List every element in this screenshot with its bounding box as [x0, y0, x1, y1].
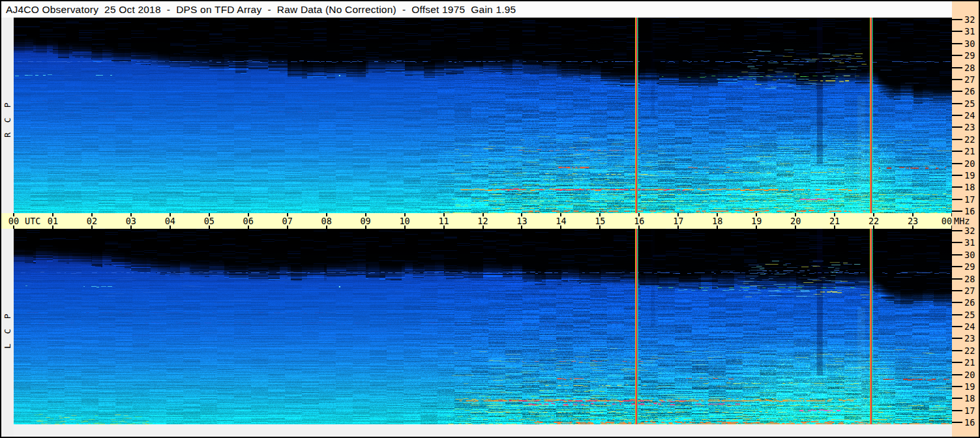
frequency-axis-label: 26: [964, 87, 979, 96]
frequency-axis-tick: [952, 211, 962, 212]
time-axis-tick-bottom: [91, 226, 93, 229]
frequency-axis-label: 29: [964, 51, 979, 60]
rcp-spectrogram-canvas: [14, 18, 952, 213]
time-axis-hour-label: 11: [438, 216, 449, 226]
frequency-axis-tick: [952, 175, 962, 176]
time-axis-hour-label: 19: [751, 216, 762, 226]
time-axis-tick-bottom: [287, 226, 288, 229]
time-axis-tick-top: [599, 213, 601, 216]
time-axis-tick-bottom: [52, 226, 53, 229]
time-axis-tick-top: [521, 213, 522, 216]
frequency-axis-label: 18: [964, 182, 979, 192]
time-axis-tick-bottom: [717, 226, 718, 229]
time-axis-tick-top: [560, 213, 561, 216]
time-axis-hour-label: 14: [556, 216, 566, 226]
frequency-axis-tick: [952, 151, 962, 152]
time-axis-tick-bottom: [130, 226, 132, 229]
frequency-axis-label: 24: [964, 111, 979, 120]
time-axis-hour-label: 13: [516, 216, 527, 226]
time-axis-hour-label: 09: [360, 216, 370, 226]
frequency-axis-label: 21: [964, 147, 979, 156]
time-axis-tick-top: [287, 213, 288, 216]
time-axis-hour-label: 00: [942, 216, 952, 226]
frequency-axis-tick: [952, 103, 962, 104]
frequency-axis-label: 26: [964, 298, 979, 307]
time-axis-tick-bottom: [404, 226, 406, 229]
time-axis-tick-bottom: [170, 226, 171, 229]
time-axis-hour-label: 23: [908, 216, 918, 226]
time-axis-hour-label: 20: [790, 216, 801, 226]
time-axis-hour-label: 17: [673, 216, 683, 226]
frequency-axis-tick: [952, 338, 962, 339]
frequency-axis-tick: [952, 398, 962, 399]
frequency-axis-tick: [952, 55, 962, 56]
frequency-axis-label: 28: [964, 63, 979, 72]
frequency-axis-tick: [952, 79, 962, 80]
time-axis-hour-label: 01: [48, 216, 58, 226]
time-axis-tick-top: [365, 213, 366, 216]
frequency-axis-tick: [952, 386, 962, 387]
frequency-axis-tick: [952, 126, 962, 128]
time-axis-hour-label: 08: [321, 216, 332, 226]
time-axis-tick-bottom: [912, 226, 913, 229]
frequency-axis-label: 20: [964, 159, 979, 168]
frequency-axis-label: 32: [964, 226, 979, 235]
frequency-axis-label: 18: [964, 394, 979, 403]
lcp-panel-label: LCP: [1, 229, 14, 424]
frequency-axis-label: 22: [964, 346, 979, 355]
frequency-axis-label: 25: [964, 99, 979, 108]
frequency-axis: MHz 323130292827262524232221201918171632…: [952, 1, 979, 437]
frequency-axis-tick: [952, 199, 962, 200]
frequency-axis-tick: [952, 350, 962, 351]
time-axis-tick-top: [248, 213, 249, 216]
time-axis-tick-bottom: [756, 226, 757, 229]
time-axis-tick-top: [795, 213, 796, 216]
rcp-panel-label: RCP: [1, 18, 14, 213]
frequency-axis-label: 23: [964, 123, 979, 132]
time-axis-hour-label: 03: [126, 216, 136, 226]
frequency-axis-tick: [952, 422, 962, 423]
time-axis-tick-top: [677, 213, 679, 216]
time-axis-tick-top: [756, 213, 757, 216]
time-axis-tick-top: [873, 213, 874, 216]
time-axis-tick-bottom: [560, 226, 561, 229]
frequency-axis-tick: [952, 163, 962, 164]
time-axis-tick-bottom: [677, 226, 679, 229]
time-axis-tick-bottom: [365, 226, 366, 229]
time-axis-tick-bottom: [873, 226, 874, 229]
frequency-axis-label: 19: [964, 382, 979, 391]
frequency-axis-label: 17: [964, 195, 979, 204]
time-axis-tick-bottom: [638, 226, 640, 229]
lcp-spectrogram-canvas: [14, 229, 952, 424]
frequency-axis-tick: [952, 43, 962, 44]
page-title: AJ4CO Observatory 25 Oct 2018 - DPS on T…: [1, 4, 516, 16]
title-bar: AJ4CO Observatory 25 Oct 2018 - DPS on T…: [1, 1, 952, 18]
time-axis-unit-label: UTC: [25, 216, 40, 226]
frequency-axis-tick: [952, 115, 962, 116]
time-axis-hour-label: 10: [399, 216, 409, 226]
time-axis-hour-label: 16: [634, 216, 644, 226]
time-axis-tick-bottom: [483, 226, 484, 229]
frequency-axis-tick: [952, 266, 962, 267]
frequency-axis-label: 24: [964, 322, 979, 331]
frequency-axis-label: 32: [964, 15, 979, 24]
frequency-axis-label: 31: [964, 238, 979, 247]
frequency-axis-label: 16: [964, 418, 979, 427]
time-axis-tick-top: [443, 213, 445, 216]
frequency-axis-tick: [952, 314, 962, 315]
time-axis-hour-label: 15: [595, 216, 605, 226]
frequency-axis-label: 30: [964, 39, 979, 48]
frequency-axis-tick: [952, 19, 962, 20]
time-axis-tick-top: [717, 213, 718, 216]
time-axis: UTC 000102030405060708091011121314151617…: [1, 213, 952, 229]
frequency-axis-label: 27: [964, 286, 979, 295]
time-axis-tick-top: [130, 213, 132, 216]
time-axis-tick-bottom: [326, 226, 327, 229]
frequency-axis-tick: [952, 290, 962, 291]
frequency-axis-tick: [952, 362, 962, 363]
frequency-axis-label: 31: [964, 27, 979, 36]
time-axis-tick-bottom: [209, 226, 210, 229]
frequency-axis-label: 22: [964, 135, 979, 144]
time-axis-tick-top: [209, 213, 210, 216]
frequency-axis-tick: [952, 242, 962, 243]
